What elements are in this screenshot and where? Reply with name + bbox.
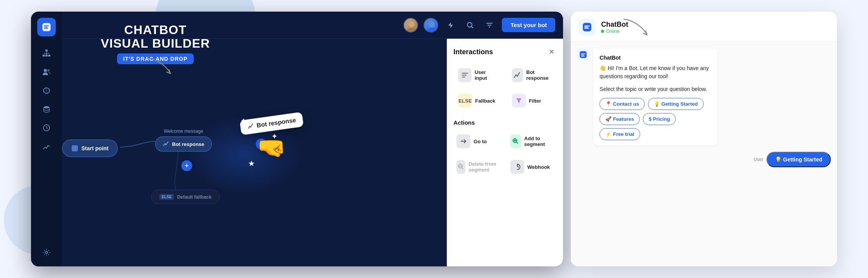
svg-rect-4 bbox=[48, 55, 50, 57]
goto-icon bbox=[456, 134, 470, 148]
node-bot-response: Welcome message Bot response bbox=[155, 129, 212, 152]
sidebar-icon-clock[interactable] bbox=[39, 120, 54, 136]
plus-button-2[interactable]: + bbox=[181, 160, 192, 171]
quick-btn-pricing[interactable]: $ Pricing bbox=[643, 113, 676, 125]
webhook-icon bbox=[510, 160, 524, 174]
bolt-icon-btn[interactable] bbox=[444, 18, 458, 32]
else-badge: ELSE bbox=[159, 194, 174, 200]
sparkle-3: ★ bbox=[248, 159, 255, 168]
quick-btn-features[interactable]: 🚀 Features bbox=[599, 113, 640, 125]
add-to-segment-icon bbox=[510, 134, 521, 148]
widget-panel: CHATBOTWIDGET ChatBot Online bbox=[571, 12, 837, 266]
svg-point-7 bbox=[44, 69, 47, 72]
svg-rect-18 bbox=[72, 145, 78, 151]
action-delete-from-segment[interactable]: Delete from segment bbox=[453, 156, 503, 178]
sidebar bbox=[31, 12, 62, 266]
filter-icon bbox=[512, 94, 526, 108]
sidebar-icon-hierarchy[interactable] bbox=[39, 46, 54, 61]
drag-cursor-overlay: Bot response 🤜 bbox=[240, 116, 303, 161]
widget-header-info: ChatBot Online bbox=[601, 21, 829, 34]
chat-bubble-bot: ChatBot 👋 Hi! I'm a Bot. Let me know if … bbox=[593, 48, 717, 146]
sidebar-icon-people[interactable] bbox=[39, 64, 54, 80]
svg-rect-22 bbox=[580, 51, 587, 58]
svg-point-14 bbox=[406, 28, 417, 33]
user-message-row: User 💡 Getting Started bbox=[577, 152, 831, 167]
interaction-fallback[interactable]: ELSE Fallback bbox=[453, 90, 503, 112]
action-goto[interactable]: Go to bbox=[453, 130, 503, 152]
interactions-header: Interactions ✕ bbox=[453, 46, 557, 57]
avatar-user-1 bbox=[403, 18, 418, 33]
avatar-user-2 bbox=[424, 18, 438, 33]
svg-rect-3 bbox=[45, 55, 48, 57]
widget-status: Online bbox=[601, 29, 829, 34]
svg-point-17 bbox=[467, 22, 472, 27]
node-fallback[interactable]: ELSE Default fallback bbox=[151, 190, 220, 204]
chat-message-bot: ChatBot 👋 Hi! I'm a Bot. Let me know if … bbox=[577, 48, 831, 146]
bot-response-icon bbox=[512, 68, 523, 82]
test-bot-button[interactable]: Test your bot bbox=[502, 18, 555, 32]
chat-greeting-text: 👋 Hi! I'm a Bot. Let me know if you have… bbox=[599, 64, 711, 81]
plus-button-1[interactable]: + bbox=[256, 139, 267, 149]
sidebar-logo[interactable] bbox=[37, 18, 56, 36]
interaction-filter[interactable]: Filter bbox=[507, 90, 557, 112]
user-label: User bbox=[754, 157, 763, 162]
sidebar-icon-brain[interactable] bbox=[39, 83, 54, 98]
hand-cursor-icon: 🤜 bbox=[240, 134, 303, 161]
svg-point-13 bbox=[408, 21, 415, 27]
quick-btn-getting-started[interactable]: 💡 Getting Started bbox=[648, 98, 704, 110]
close-interactions-button[interactable]: ✕ bbox=[546, 46, 557, 57]
sparkle-1: ✦ bbox=[240, 116, 247, 125]
user-input-icon bbox=[458, 68, 472, 82]
builder-panel: CHATBOT VISUAL BUILDER IT'S DRAG AND DRO… bbox=[31, 12, 563, 266]
quick-btn-free-trial[interactable]: ⚡ Free trial bbox=[599, 128, 640, 140]
filter-icon-btn[interactable] bbox=[482, 18, 496, 32]
quick-buttons: 📍 Contact us 💡 Getting Started 🚀 Feature… bbox=[599, 98, 711, 140]
bot-response-drag-label: Bot response bbox=[239, 112, 304, 135]
widget-header: ChatBot Online bbox=[571, 12, 837, 41]
welcome-message-label: Welcome message bbox=[164, 129, 203, 134]
interactions-grid: User input Bot response ELSE Fallback bbox=[453, 64, 557, 112]
svg-rect-2 bbox=[43, 55, 45, 57]
builder-subtitle: IT'S DRAG AND DROP bbox=[117, 53, 194, 64]
action-add-to-segment[interactable]: Add to segment bbox=[507, 130, 557, 152]
actions-grid: Go to Add to segment bbox=[453, 130, 557, 178]
widget-logo bbox=[579, 19, 596, 36]
node-start[interactable]: Start point bbox=[62, 139, 118, 157]
action-webhook[interactable]: Webhook bbox=[507, 156, 557, 178]
builder-title: CHATBOT VISUAL BUILDER bbox=[101, 23, 210, 50]
svg-point-10 bbox=[44, 106, 49, 108]
svg-point-8 bbox=[47, 69, 50, 72]
sparkle-2: ✦ bbox=[271, 132, 278, 141]
fallback-icon: ELSE bbox=[458, 94, 472, 108]
svg-rect-1 bbox=[45, 50, 48, 51]
interaction-bot-response[interactable]: Bot response bbox=[507, 64, 557, 86]
user-getting-started-button[interactable]: 💡 Getting Started bbox=[766, 152, 831, 167]
svg-point-16 bbox=[427, 28, 437, 33]
widget-body[interactable]: ChatBot 👋 Hi! I'm a Bot. Let me know if … bbox=[571, 41, 837, 266]
chat-prompt-text: Select the topic or write your question … bbox=[599, 85, 711, 93]
quick-btn-contact-us[interactable]: 📍 Contact us bbox=[599, 98, 645, 110]
interaction-user-input[interactable]: User input bbox=[453, 64, 503, 86]
interactions-panel: Interactions ✕ User input bbox=[447, 39, 563, 266]
search-icon-btn[interactable] bbox=[463, 18, 477, 32]
interactions-title: Interactions bbox=[453, 48, 493, 56]
widget-bot-name: ChatBot bbox=[601, 21, 829, 29]
svg-point-12 bbox=[45, 251, 48, 254]
sidebar-icon-chart[interactable] bbox=[39, 139, 54, 154]
canvas-glow bbox=[186, 116, 302, 194]
status-dot bbox=[601, 30, 604, 33]
title-badge: CHATBOT VISUAL BUILDER IT'S DRAG AND DRO… bbox=[101, 23, 210, 64]
main-container: CHATBOT VISUAL BUILDER IT'S DRAG AND DRO… bbox=[31, 12, 837, 266]
delete-segment-icon bbox=[456, 160, 465, 174]
chat-bot-name: ChatBot bbox=[599, 54, 711, 62]
sidebar-icon-settings[interactable] bbox=[39, 245, 54, 260]
sidebar-icon-database[interactable] bbox=[39, 101, 54, 117]
bot-avatar bbox=[577, 48, 589, 61]
svg-point-15 bbox=[429, 21, 435, 27]
bot-response-node[interactable]: Bot response bbox=[155, 136, 212, 152]
actions-title: Actions bbox=[453, 119, 557, 126]
